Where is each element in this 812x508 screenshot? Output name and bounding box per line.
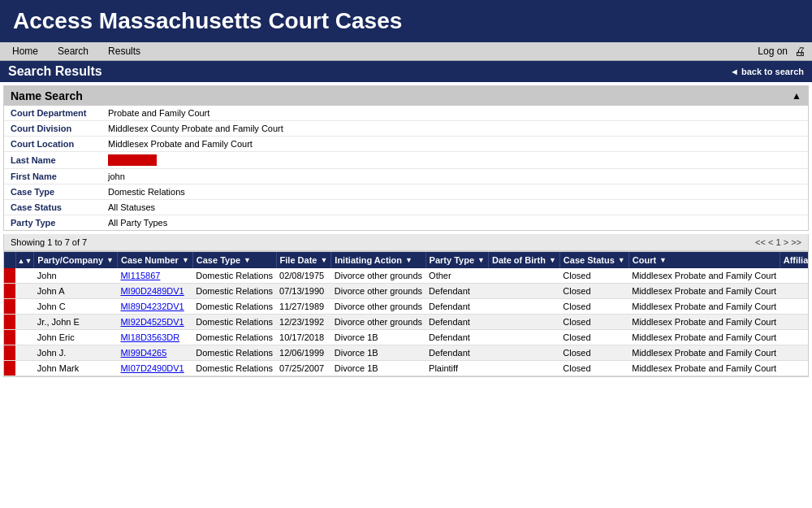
cell-dob xyxy=(488,284,559,299)
th-initiating-action[interactable]: Initiating Action ▼ xyxy=(331,252,425,268)
cell-party-type: Other xyxy=(425,268,488,284)
cell-case-type: Domestic Relations xyxy=(192,330,276,345)
cell-case-type: Domestic Relations xyxy=(192,361,276,376)
cell-case-type: Domestic Relations xyxy=(192,315,276,330)
th-court[interactable]: Court ▼ xyxy=(628,252,780,268)
cell-party: John Eric xyxy=(34,330,118,345)
th-sortcol xyxy=(4,252,15,268)
cell-party-type: Defendant xyxy=(425,345,488,361)
th-dob[interactable]: Date of Birth ▼ xyxy=(488,252,559,268)
nav-search[interactable]: Search xyxy=(49,42,97,60)
cell-dob xyxy=(488,330,559,345)
sort-party-icon: ▼ xyxy=(106,256,114,264)
cell-court: Middlesex Probate and Family Court xyxy=(628,315,780,330)
name-search-panel: Name Search ▲ Court Department Probate a… xyxy=(3,85,809,231)
cell-affiliation xyxy=(780,284,809,299)
cell-court: Middlesex Probate and Family Court xyxy=(628,268,780,284)
cell-case-status: Closed xyxy=(559,299,628,315)
table-row: John MarkMI07D2490DV1Domestic Relations0… xyxy=(4,361,809,376)
sort-cell xyxy=(15,268,34,284)
value-first-name: john xyxy=(108,172,125,181)
results-title: Search Results xyxy=(8,64,102,79)
cell-case-number[interactable]: MI90D2489DV1 xyxy=(117,284,192,299)
sort-case-type-icon: ▼ xyxy=(244,256,251,264)
sort-case-number-icon: ▼ xyxy=(182,256,189,264)
cell-case-number[interactable]: MI89D4232DV1 xyxy=(117,299,192,315)
value-case-status: All Statuses xyxy=(108,202,155,212)
pagination-controls[interactable]: << < 1 > >> xyxy=(755,237,801,247)
cell-initiating-action: Divorce 1B xyxy=(331,330,425,345)
red-bar-cell xyxy=(4,315,15,330)
cell-affiliation xyxy=(780,361,809,376)
sort-cell xyxy=(15,345,34,361)
field-party-type: Party Type All Party Types xyxy=(4,215,808,230)
cell-case-type: Domestic Relations xyxy=(192,299,276,315)
th-affiliation[interactable]: Affiliation ▼ xyxy=(780,252,809,268)
cell-affiliation xyxy=(780,315,809,330)
nav-home[interactable]: Home xyxy=(3,42,47,60)
table-row: John CMI89D4232DV1Domestic Relations11/2… xyxy=(4,299,809,315)
cell-dob xyxy=(488,315,559,330)
sort-file-date-icon: ▼ xyxy=(320,256,327,264)
th-case-number[interactable]: Case Number ▼ xyxy=(117,252,192,268)
name-search-title-bar: Name Search ▲ xyxy=(4,86,808,106)
cell-file-date: 11/27/1989 xyxy=(276,299,331,315)
cell-party-type: Defendant xyxy=(425,315,488,330)
cell-court: Middlesex Probate and Family Court xyxy=(628,299,780,315)
results-table-wrapper: ▲▼ Party/Company ▼ Case Number ▼ xyxy=(3,251,809,377)
cell-party-type: Plaintiff xyxy=(425,361,488,376)
th-case-status[interactable]: Case Status ▼ xyxy=(559,252,628,268)
th-party[interactable]: Party/Company ▼ xyxy=(34,252,118,268)
cell-affiliation xyxy=(780,345,809,361)
cell-affiliation xyxy=(780,299,809,315)
cell-initiating-action: Divorce other grounds xyxy=(331,299,425,315)
cell-case-number[interactable]: MI07D2490DV1 xyxy=(117,361,192,376)
print-button[interactable]: 🖨 xyxy=(794,45,806,58)
th-file-date[interactable]: File Date ▼ xyxy=(276,252,331,268)
back-to-search-button[interactable]: ◄ back to search xyxy=(730,67,804,76)
cell-party-type: Defendant xyxy=(425,284,488,299)
red-bar-cell xyxy=(4,345,15,361)
value-court-division: Middlesex County Probate and Family Cour… xyxy=(108,124,283,133)
collapse-icon[interactable]: ▲ xyxy=(792,90,801,102)
nav-results[interactable]: Results xyxy=(99,42,149,60)
cell-party: John Mark xyxy=(34,361,118,376)
app-title: Access Massachusetts Court Cases xyxy=(13,8,402,33)
redacted-last-name xyxy=(108,154,157,166)
cell-file-date: 07/25/2007 xyxy=(276,361,331,376)
cell-party-type: Defendant xyxy=(425,299,488,315)
sort-court-icon: ▼ xyxy=(659,256,667,264)
cell-case-number[interactable]: MI92D4525DV1 xyxy=(117,315,192,330)
table-row: John J.MI99D4265Domestic Relations12/06/… xyxy=(4,345,809,361)
sort-cell xyxy=(15,284,34,299)
sort-cell xyxy=(15,315,34,330)
value-case-type: Domestic Relations xyxy=(108,187,185,197)
label-case-type: Case Type xyxy=(11,187,108,197)
cell-file-date: 07/13/1990 xyxy=(276,284,331,299)
cell-party-type: Defendant xyxy=(425,330,488,345)
label-court-department: Court Department xyxy=(11,108,108,118)
field-court-department: Court Department Probate and Family Cour… xyxy=(4,106,808,121)
logon-button[interactable]: Log on xyxy=(758,46,788,57)
cell-party: John xyxy=(34,268,118,284)
red-bar-cell xyxy=(4,299,15,315)
cell-dob xyxy=(488,345,559,361)
cell-case-number[interactable]: MI99D4265 xyxy=(117,345,192,361)
cell-initiating-action: Divorce 1B xyxy=(331,361,425,376)
sort-cell xyxy=(15,361,34,376)
red-bar-cell xyxy=(4,361,15,376)
red-bar-cell xyxy=(4,284,15,299)
cell-case-number[interactable]: MI115867 xyxy=(117,268,192,284)
cell-case-status: Closed xyxy=(559,315,628,330)
cell-dob xyxy=(488,361,559,376)
cell-case-status: Closed xyxy=(559,361,628,376)
nav-right: Log on 🖨 xyxy=(758,45,809,58)
cell-case-status: Closed xyxy=(559,268,628,284)
th-party-type[interactable]: Party Type ▼ xyxy=(425,252,488,268)
results-header: Search Results ◄ back to search xyxy=(0,61,812,82)
cell-case-number[interactable]: MI18D3563DR xyxy=(117,330,192,345)
cell-case-type: Domestic Relations xyxy=(192,268,276,284)
cell-party: Jr., John E xyxy=(34,315,118,330)
label-party-type: Party Type xyxy=(11,218,108,228)
th-case-type[interactable]: Case Type ▼ xyxy=(192,252,276,268)
